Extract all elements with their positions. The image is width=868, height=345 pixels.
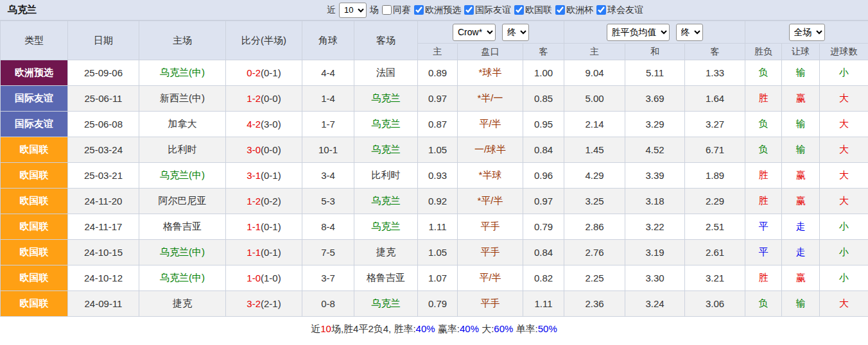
summary-segment: 10 bbox=[320, 323, 331, 334]
score-cell: 4-2(3-0) bbox=[226, 112, 302, 137]
matches-table: 类型 日期 主场 比分(半场) 角球 客场 Crow* 终 胜 bbox=[0, 21, 868, 317]
score-cell: 1-2(0-2) bbox=[226, 189, 302, 214]
avg-state-select[interactable]: 终 bbox=[676, 24, 703, 41]
match-type-badge: 欧国联 bbox=[1, 189, 68, 214]
league-filter[interactable]: 欧国联 bbox=[514, 4, 552, 16]
score-cell: 0-2(0-1) bbox=[226, 60, 302, 86]
home-team: 格鲁吉亚 bbox=[139, 214, 226, 240]
match-row: 国际友谊25-06-11新西兰(中)1-2(0-0)1-4乌克兰0.97*半/一… bbox=[1, 86, 868, 112]
avg-lose: 2.61 bbox=[685, 240, 745, 265]
odds-away: 0.95 bbox=[523, 112, 564, 137]
match-row: 欧国联25-03-21乌克兰(中)3-1(0-1)3-4比利时0.93*半球0.… bbox=[1, 163, 868, 189]
result-cell: 负 bbox=[745, 291, 782, 317]
match-type-badge: 欧国联 bbox=[1, 137, 68, 163]
odds-away: 1.11 bbox=[523, 291, 564, 317]
sub-header-odds-away: 客 bbox=[523, 44, 564, 60]
same-league-label: 同赛 bbox=[393, 4, 411, 16]
let-result-cell: 输 bbox=[782, 137, 820, 163]
away-team: 乌克兰 bbox=[354, 86, 418, 112]
match-count-select[interactable]: 10 bbox=[339, 3, 367, 18]
goals-result-cell: 大 bbox=[820, 291, 868, 317]
result-cell: 负 bbox=[745, 137, 782, 163]
match-type-badge: 欧国联 bbox=[1, 214, 68, 240]
corner-score: 0-8 bbox=[302, 291, 354, 317]
goals-result-cell: 小 bbox=[820, 265, 868, 291]
match-type-badge: 欧国联 bbox=[1, 240, 68, 265]
let-result-cell: 走 bbox=[782, 240, 820, 265]
match-row: 欧国联24-10-12乌克兰(中)1-0(1-0)3-7格鲁吉亚1.07平/半0… bbox=[1, 265, 868, 291]
avg-type-select[interactable]: 胜平负均值 bbox=[607, 24, 670, 41]
score-text: 1-2(0-0) bbox=[247, 93, 281, 104]
odds-away: 0.96 bbox=[523, 163, 564, 189]
odds-home: 0.92 bbox=[418, 189, 458, 214]
odds-home: 1.11 bbox=[418, 214, 458, 240]
let-result-cell: 走 bbox=[782, 214, 820, 240]
summary-segment: 60% bbox=[494, 323, 513, 334]
result-cell: 胜 bbox=[745, 265, 782, 291]
league-checkbox[interactable] bbox=[464, 5, 474, 15]
league-checkbox[interactable] bbox=[514, 5, 524, 15]
odds-company-select[interactable]: Crow* bbox=[453, 24, 496, 41]
away-team: 乌克兰 bbox=[354, 112, 418, 137]
avg-win: 1.45 bbox=[564, 137, 625, 163]
odds-away: 0.85 bbox=[523, 86, 564, 112]
avg-lose: 2.29 bbox=[685, 189, 745, 214]
col-header-type: 类型 bbox=[1, 21, 68, 60]
corner-score: 5-3 bbox=[302, 189, 354, 214]
away-team: 乌克兰 bbox=[354, 189, 418, 214]
let-result-cell: 输 bbox=[782, 291, 820, 317]
league-checkbox[interactable] bbox=[555, 5, 565, 15]
sub-header-result: 胜负 bbox=[745, 44, 782, 60]
score-cell: 1-2(0-0) bbox=[226, 86, 302, 112]
goals-result-cell: 大 bbox=[820, 163, 868, 189]
let-result-cell: 赢 bbox=[782, 265, 820, 291]
handicap-line: 平手 bbox=[458, 291, 523, 317]
league-filter[interactable]: 欧洲预选 bbox=[414, 4, 461, 16]
league-filter[interactable]: 球会友谊 bbox=[596, 4, 643, 16]
sub-header-avg-draw: 和 bbox=[625, 44, 685, 60]
match-row: 欧国联24-10-15乌克兰(中)1-1(0-1)7-5捷克1.05平手0.84… bbox=[1, 240, 868, 265]
avg-lose: 6.71 bbox=[685, 137, 745, 163]
corner-score: 10-1 bbox=[302, 137, 354, 163]
result-cell: 胜 bbox=[745, 86, 782, 112]
home-team: 新西兰(中) bbox=[139, 86, 226, 112]
same-league-checkbox[interactable] bbox=[382, 5, 392, 15]
filter-controls: 近 10 场 同赛 欧洲预选国际友谊欧国联欧洲杯球会友谊 bbox=[327, 3, 643, 18]
let-result-cell: 输 bbox=[782, 112, 820, 137]
match-row: 国际友谊25-06-08加拿大4-2(3-0)1-7乌克兰0.87平/半0.95… bbox=[1, 112, 868, 137]
odds-home: 0.79 bbox=[418, 291, 458, 317]
avg-lose: 3.06 bbox=[685, 291, 745, 317]
goals-result-cell: 小 bbox=[820, 214, 868, 240]
avg-lose: 1.33 bbox=[685, 60, 745, 86]
odds-state-select[interactable]: 终 bbox=[502, 24, 529, 41]
scope-select[interactable]: 全场 bbox=[789, 24, 825, 41]
match-type-badge: 国际友谊 bbox=[1, 112, 68, 137]
odds-away: 1.00 bbox=[523, 60, 564, 86]
corner-score: 3-4 bbox=[302, 163, 354, 189]
goals-result-cell: 大 bbox=[820, 86, 868, 112]
league-checkbox[interactable] bbox=[596, 5, 606, 15]
score-text: 3-0(0-0) bbox=[247, 144, 281, 155]
score-cell: 1-1(0-1) bbox=[226, 214, 302, 240]
league-label: 欧国联 bbox=[525, 4, 552, 16]
league-label: 国际友谊 bbox=[475, 4, 511, 16]
league-checkbox[interactable] bbox=[414, 5, 424, 15]
odds-away: 0.79 bbox=[523, 214, 564, 240]
handicap-line: *球半 bbox=[458, 60, 523, 86]
col-header-home: 主场 bbox=[139, 21, 226, 60]
league-filter[interactable]: 欧洲杯 bbox=[555, 4, 593, 16]
corner-score: 1-4 bbox=[302, 86, 354, 112]
same-league-filter[interactable]: 同赛 bbox=[382, 4, 411, 16]
league-filter[interactable]: 国际友谊 bbox=[464, 4, 511, 16]
score-cell: 1-0(1-0) bbox=[226, 265, 302, 291]
score-text: 4-2(3-0) bbox=[247, 119, 281, 130]
avg-draw: 5.11 bbox=[625, 60, 685, 86]
avg-group-header: 胜平负均值 终 bbox=[564, 21, 745, 44]
result-cell: 胜 bbox=[745, 163, 782, 189]
match-row: 欧国联24-11-17格鲁吉亚1-1(0-1)8-4乌克兰1.11平手0.792… bbox=[1, 214, 868, 240]
summary-segment: 大: bbox=[479, 323, 494, 334]
match-type-badge: 欧洲预选 bbox=[1, 60, 68, 86]
score-text: 1-2(0-2) bbox=[247, 196, 281, 206]
corner-score: 8-4 bbox=[302, 214, 354, 240]
score-text: 1-0(1-0) bbox=[247, 273, 281, 283]
